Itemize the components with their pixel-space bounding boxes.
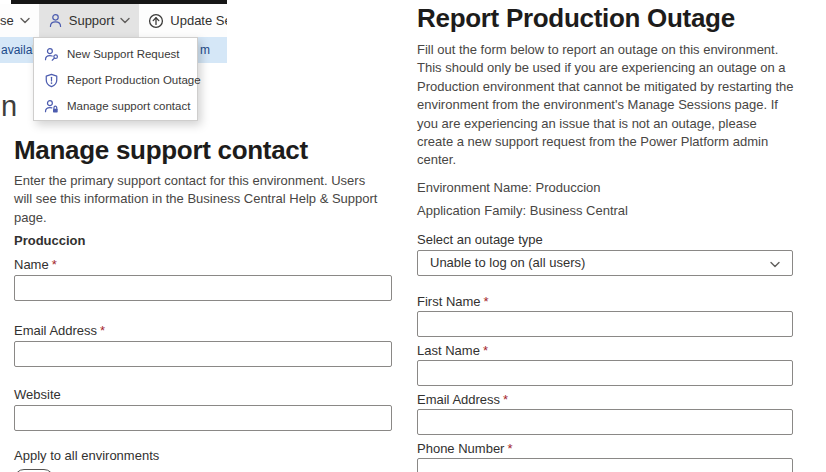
update-settings-button[interactable]: Update Sett (139, 4, 227, 37)
environment-name-label: Produccion (14, 233, 392, 249)
banner-text-right: m (200, 43, 210, 57)
shield-alert-icon (44, 73, 59, 88)
email-field-group: Email Address* (14, 323, 392, 367)
menu-item-report-production-outage[interactable]: Report Production Outage (34, 67, 197, 93)
menu-item-label: Report Production Outage (67, 74, 201, 86)
first-name-input[interactable] (417, 311, 793, 337)
name-field-label: Name* (14, 257, 392, 272)
page: se Support Update Sett available m (0, 0, 826, 472)
person-lock-icon (44, 99, 59, 114)
toolbar-partial-button[interactable]: se (0, 4, 39, 37)
required-asterisk: * (52, 257, 57, 272)
email-input[interactable] (14, 341, 392, 367)
page-title: Report Production Outage (417, 4, 795, 32)
support-dropdown-menu: New Support Request Report Production Ou… (33, 37, 198, 121)
outage-type-value: Unable to log on (all users) (430, 255, 585, 270)
last-name-input[interactable] (417, 360, 793, 386)
phone-input[interactable] (417, 458, 793, 472)
website-field-label: Website (14, 387, 392, 402)
toolbar-partial-label: se (0, 13, 14, 28)
required-asterisk: * (503, 392, 508, 407)
required-asterisk: * (507, 441, 512, 456)
application-family-line: Application Family: Business Central (417, 202, 795, 219)
chevron-down-icon (120, 17, 130, 24)
menu-item-new-support-request[interactable]: New Support Request (34, 41, 197, 67)
name-field-group: Name* (14, 257, 392, 301)
email-field-label: Email Address* (417, 392, 795, 407)
outage-type-label: Select an outage type (417, 232, 795, 247)
email-field-group: Email Address* (417, 392, 795, 435)
support-button[interactable]: Support (39, 4, 140, 37)
phone-field-label: Phone Number* (417, 441, 795, 456)
first-name-field-group: First Name* (417, 294, 795, 337)
name-input[interactable] (14, 275, 392, 301)
chevron-down-icon (770, 261, 780, 268)
person-icon (48, 13, 63, 28)
report-production-outage-panel: Report Production Outage Fill out the fo… (417, 4, 795, 472)
update-arrow-icon (148, 13, 164, 29)
menu-item-label: New Support Request (67, 48, 180, 60)
phone-field-group: Phone Number* (417, 441, 795, 472)
apply-all-environments-label: Apply to all environments (14, 448, 392, 463)
panel-description: Fill out the form below to report an out… (417, 41, 795, 170)
panel-description: Enter the primary support contact for th… (14, 172, 386, 227)
required-asterisk: * (484, 294, 489, 309)
website-input[interactable] (14, 405, 392, 431)
update-settings-label: Update Sett (170, 13, 227, 28)
page-title: Manage support contact (14, 136, 392, 164)
support-button-label: Support (69, 13, 115, 28)
menu-item-label: Manage support contact (67, 100, 190, 112)
manage-support-contact-panel: Manage support contact Enter the primary… (14, 136, 392, 472)
clipped-heading-fragment: n (1, 90, 17, 123)
required-asterisk: * (100, 323, 105, 338)
last-name-field-group: Last Name* (417, 343, 795, 386)
outage-type-select[interactable]: Unable to log on (all users) (417, 250, 793, 276)
website-field-group: Website (14, 387, 392, 431)
first-name-field-label: First Name* (417, 294, 795, 309)
chevron-down-icon (20, 17, 30, 24)
email-field-label: Email Address* (14, 323, 392, 338)
last-name-field-label: Last Name* (417, 343, 795, 358)
environment-name-line: Environment Name: Produccion (417, 179, 795, 196)
person-wrench-icon (44, 47, 59, 62)
action-toolbar: se Support Update Sett (0, 4, 227, 37)
required-asterisk: * (483, 343, 488, 358)
email-input[interactable] (417, 409, 793, 435)
menu-item-manage-support-contact[interactable]: Manage support contact (34, 93, 197, 119)
